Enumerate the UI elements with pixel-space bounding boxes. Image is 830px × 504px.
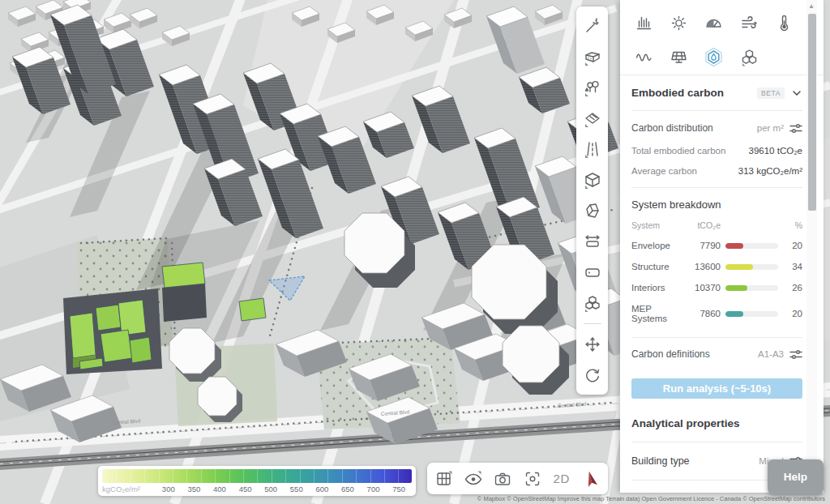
zone-tool-button[interactable]: [580, 103, 605, 134]
focus-icon: [523, 469, 542, 489]
wind-analysis-button[interactable]: [734, 6, 764, 39]
statistics-analysis-button[interactable]: [628, 6, 659, 39]
rotate-tool-button[interactable]: [580, 360, 605, 391]
legend-tick-label: 550: [284, 485, 310, 493]
measure-tool-button[interactable]: [580, 226, 605, 257]
carbon-distribution-label: Carbon distribution: [631, 122, 757, 134]
sun-analysis-button[interactable]: [663, 6, 694, 39]
pan-tool-button[interactable]: [580, 329, 605, 360]
column-header-tco2e: tCO₂e: [685, 216, 721, 235]
run-analysis-button[interactable]: Run analysis (~5-10s): [631, 378, 802, 399]
legend-tick-label: 400: [207, 485, 233, 493]
solar-panel-icon: [669, 47, 689, 67]
analysis-panel: Embodied carbon BETA Carbon distribution…: [620, 0, 824, 493]
analysis-tool-grid: [620, 0, 824, 75]
row-label: Envelope: [631, 235, 680, 256]
legend-tick-label: 650: [335, 485, 361, 493]
carbon-definitions-value: A1-A3: [758, 349, 784, 359]
cube-icon: [583, 170, 602, 190]
scrollbar-up-arrow[interactable]: ▲: [808, 2, 815, 10]
settings-sliders-icon[interactable]: [789, 349, 802, 360]
beta-badge: BETA: [757, 88, 785, 99]
row-label: MEP Systems: [631, 298, 680, 329]
move-cross-icon: [583, 335, 602, 354]
road-tool-button[interactable]: [580, 134, 605, 164]
row-value: 7790: [685, 235, 721, 256]
thermal-comfort-button[interactable]: [769, 6, 800, 39]
building-block-tool-button[interactable]: [580, 41, 605, 72]
wind-icon: [739, 13, 759, 33]
column-header-percent: %: [783, 216, 802, 235]
total-carbon-value: 39610 tCO₂e: [749, 146, 802, 156]
system-breakdown-table: System tCO₂e % Envelope 7790 20 Structur…: [631, 216, 802, 329]
vegetation-tool-button[interactable]: [580, 72, 605, 103]
2d-mode-button[interactable]: 2D: [550, 467, 574, 491]
row-percent: 26: [783, 277, 802, 298]
statistics-icon: [634, 13, 654, 33]
carbon-distribution-unit: per m²: [757, 123, 784, 133]
legend-unit-label: kgCO₂e/m²: [102, 485, 156, 493]
system-breakdown-title: System breakdown: [631, 188, 802, 216]
sparkle-tool-button[interactable]: [580, 11, 605, 41]
daylight-dome-icon: [704, 13, 724, 33]
panel-scrollbar[interactable]: ▲: [806, 0, 817, 493]
legend-tick-label: 350: [182, 485, 208, 493]
view-toolbar: 2D: [427, 463, 608, 494]
rotate-icon: [583, 365, 602, 385]
chevron-down-icon[interactable]: [791, 88, 802, 99]
map-attribution: © Mapbox © OpenStreetMap Improve this ma…: [477, 495, 825, 502]
row-percent: 20: [783, 235, 802, 256]
legend-tick-label: 500: [258, 485, 284, 493]
row-value: 7860: [685, 303, 721, 324]
tag-icon: [583, 263, 602, 282]
solar-pv-button[interactable]: [663, 41, 694, 73]
generic-volume-tool-button[interactable]: [580, 195, 605, 226]
microclimate-button[interactable]: [734, 41, 764, 73]
legend-gradient-bar: [102, 469, 412, 483]
row-bar: [725, 285, 778, 291]
legend-ticks: 300350400450500550600650700750: [156, 485, 412, 493]
panel-title: Embodied carbon: [631, 87, 757, 99]
legend-tick-label: 300: [156, 485, 182, 493]
column-header-system: System: [631, 216, 680, 235]
stacked-cubes-icon: [583, 293, 602, 313]
row-value: 13600: [685, 256, 721, 277]
average-carbon-value: 313 kgCO₂e/m²: [738, 166, 802, 176]
screenshot-button[interactable]: [490, 467, 515, 491]
measure-icon: [583, 232, 602, 251]
blocks-tool-button[interactable]: [580, 288, 605, 318]
settings-sliders-icon[interactable]: [789, 123, 802, 134]
legend-tick-label: 700: [361, 485, 387, 493]
prism-icon: [583, 201, 602, 220]
column-header-bar: [725, 216, 778, 235]
visibility-button[interactable]: [461, 467, 486, 491]
total-carbon-label: Total embodied carbon: [631, 146, 749, 156]
camera-icon: [493, 469, 512, 489]
focus-selection-button[interactable]: [520, 467, 545, 491]
noise-wave-icon: [634, 47, 654, 67]
scrollbar-thumb[interactable]: [808, 14, 816, 211]
layers-grid-button[interactable]: [432, 467, 456, 491]
compass-button[interactable]: [579, 467, 603, 491]
cubes-icon: [739, 47, 759, 67]
row-value: 10370: [685, 277, 721, 298]
trees-icon: [583, 78, 602, 97]
carbon-legend: kgCO₂e/m² 300350400450500550600650700750: [98, 466, 416, 496]
eye-icon: [464, 469, 483, 489]
daylight-analysis-button[interactable]: [699, 6, 729, 39]
row-label: Interiors: [631, 277, 680, 298]
row-label: Structure: [631, 256, 680, 277]
building-block-icon: [583, 47, 602, 66]
rail-divider: [584, 323, 601, 324]
app-window: Central Blvd Central Blvd Central Blvd ©…: [0, 0, 830, 504]
thermometer-icon: [774, 13, 794, 33]
label-tool-button[interactable]: [580, 257, 605, 288]
average-carbon-label: Average carbon: [631, 166, 738, 176]
panel-divider: [631, 110, 802, 111]
volume-tool-button[interactable]: [580, 164, 605, 195]
embodied-carbon-button[interactable]: [699, 41, 729, 73]
help-button[interactable]: Help: [768, 459, 824, 494]
road-icon: [583, 139, 602, 159]
noise-analysis-button[interactable]: [628, 41, 659, 73]
sun-icon: [669, 13, 689, 33]
